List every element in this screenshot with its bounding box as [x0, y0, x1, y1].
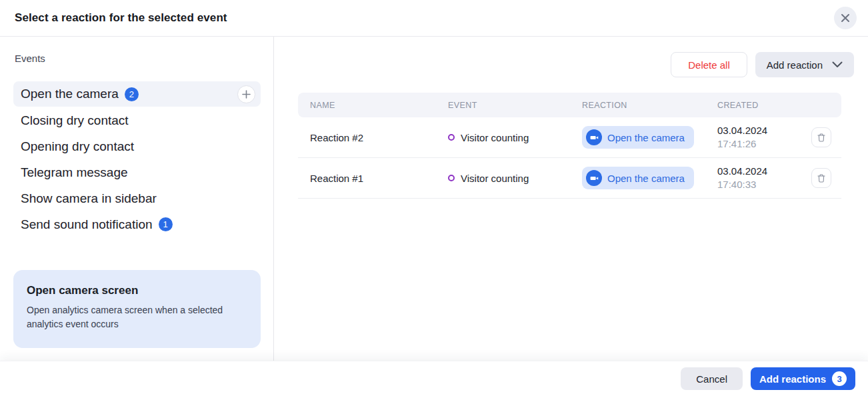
event-name: Visitor counting	[461, 132, 529, 143]
created-date: 03.04.2024	[717, 124, 811, 137]
sidebar-item-open-the-camera[interactable]: Open the camera 2	[13, 81, 261, 107]
info-card: Open camera screen Open analytics camera…	[13, 270, 261, 348]
event-count-badge: 1	[159, 217, 173, 231]
close-button[interactable]	[834, 7, 857, 29]
plus-icon	[242, 90, 251, 99]
table-body: Reaction #2 Visitor counting Open the ca…	[298, 117, 841, 199]
info-card-description: Open analytics camera screen when a sele…	[27, 303, 247, 332]
reaction-pill-label: Open the camera	[607, 173, 685, 184]
trash-icon	[817, 133, 826, 143]
info-card-title: Open camera screen	[27, 284, 247, 297]
reactions-toolbar: Delete all Add reaction	[298, 52, 854, 77]
created-time: 17:40:33	[717, 178, 811, 191]
sidebar-item-closing-dry-contact[interactable]: Closing dry contact	[13, 107, 261, 133]
event-name: Visitor counting	[461, 173, 529, 184]
created-cell: 03.04.2024 17:41:26	[717, 124, 811, 151]
created-cell: 03.04.2024 17:40:33	[717, 165, 811, 192]
table-row: Reaction #2 Visitor counting Open the ca…	[298, 117, 841, 158]
delete-all-button[interactable]: Delete all	[671, 52, 747, 77]
sidebar-item-opening-dry-contact[interactable]: Opening dry contact	[13, 133, 261, 159]
add-reactions-button[interactable]: Add reactions 3	[751, 367, 855, 390]
modal-footer: Cancel Add reactions 3	[0, 361, 868, 396]
event-type-icon	[448, 175, 455, 181]
created-time: 17:41:26	[717, 137, 811, 151]
add-reaction-label: Add reaction	[767, 59, 823, 71]
header-name: NAME	[310, 101, 448, 110]
created-date: 03.04.2024	[717, 165, 811, 178]
sidebar-item-label: Send sound notification	[21, 217, 153, 232]
events-list: Open the camera 2 Closing dry contact Op…	[13, 81, 261, 237]
close-icon	[841, 13, 850, 23]
table-header: NAME EVENT REACTION CREATED	[298, 93, 841, 117]
table-row: Reaction #1 Visitor counting Open the ca…	[298, 158, 841, 199]
event-type-icon	[448, 134, 455, 141]
add-reactions-label: Add reactions	[759, 373, 826, 385]
events-heading: Events	[15, 53, 261, 64]
header-reaction: REACTION	[582, 101, 717, 110]
reactions-table: NAME EVENT REACTION CREATED Reaction #2 …	[298, 93, 841, 199]
reaction-name: Reaction #1	[310, 173, 448, 184]
modal-header: Select a reaction for the selected event	[0, 0, 868, 37]
reaction-name: Reaction #2	[310, 132, 448, 143]
camera-icon	[586, 170, 602, 186]
header-created: CREATED	[717, 101, 811, 110]
sidebar-item-label: Show camera in sidebar	[21, 191, 157, 206]
sidebar-item-send-sound-notification[interactable]: Send sound notification 1	[13, 211, 261, 237]
event-count-badge: 2	[125, 87, 139, 101]
camera-icon	[586, 129, 602, 145]
trash-icon	[817, 173, 826, 183]
add-event-button[interactable]	[237, 85, 255, 103]
header-event: EVENT	[448, 101, 582, 110]
reaction-pill: Open the camera	[582, 167, 694, 189]
reaction-pill-label: Open the camera	[607, 132, 685, 143]
cancel-button[interactable]: Cancel	[681, 367, 743, 390]
delete-row-button[interactable]	[811, 168, 831, 188]
sidebar-item-telegram-message[interactable]: Telegram message	[13, 159, 261, 185]
events-sidebar: Events Open the camera 2 Closing dry con…	[0, 37, 274, 361]
sidebar-item-show-camera-in-sidebar[interactable]: Show camera in sidebar	[13, 185, 261, 211]
modal-body: Events Open the camera 2 Closing dry con…	[0, 37, 868, 361]
delete-row-button[interactable]	[811, 127, 831, 147]
reaction-pill: Open the camera	[582, 126, 694, 149]
sidebar-item-label: Open the camera	[21, 87, 119, 101]
add-reaction-button[interactable]: Add reaction	[755, 52, 854, 77]
reactions-count-badge: 3	[832, 371, 847, 386]
modal-title: Select a reaction for the selected event	[15, 11, 227, 25]
chevron-down-icon	[832, 61, 843, 68]
sidebar-item-label: Opening dry contact	[21, 139, 134, 154]
sidebar-item-label: Closing dry contact	[21, 113, 129, 128]
sidebar-item-label: Telegram message	[21, 165, 128, 180]
reactions-panel: Delete all Add reaction NAME EVENT REACT…	[274, 37, 868, 361]
